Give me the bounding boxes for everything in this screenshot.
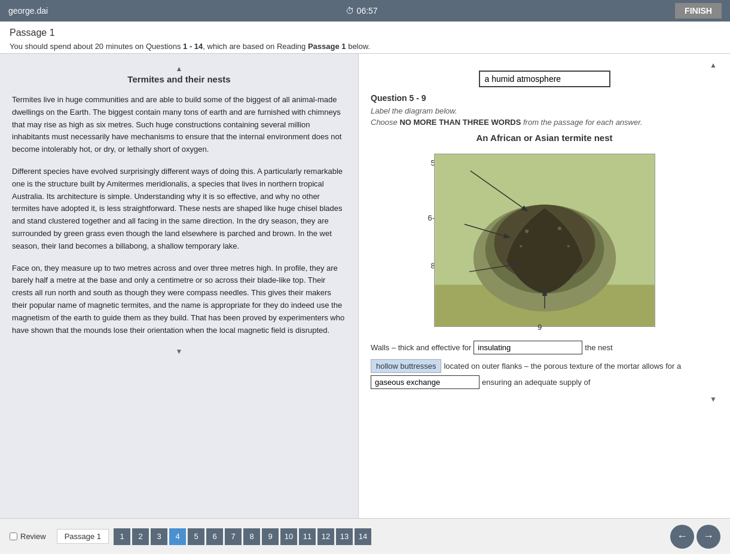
passage-header: Passage 1 You should spend about 20 minu… <box>0 22 730 54</box>
question-number-7[interactable]: 7 <box>225 528 242 545</box>
paragraph-1: Termites live in huge communities and ar… <box>12 94 346 156</box>
right-scroll-up[interactable]: ▲ <box>371 60 718 71</box>
passage-title: Passage 1 <box>10 27 720 38</box>
paragraph-3: Face on, they measure up to two metres a… <box>12 262 346 337</box>
passage-instruction: You should spend about 20 minutes on Que… <box>10 42 720 51</box>
answer-row-walls: Walls – thick and effective for the nest <box>371 341 718 354</box>
left-panel[interactable]: ▲ Termites and their nests Termites live… <box>0 54 359 518</box>
svg-point-8 <box>567 245 569 247</box>
main-content: ▲ Termites and their nests Termites live… <box>0 54 730 518</box>
svg-point-5 <box>525 229 529 233</box>
hollow-buttresses-badge: hollow buttresses <box>371 359 441 373</box>
answer-row-buttresses: hollow buttresses located on outer flank… <box>371 359 718 389</box>
top-answer-area <box>371 71 718 87</box>
diagram-container: An African or Asian termite nest 5 6-7 8 <box>371 133 718 335</box>
svg-point-6 <box>557 227 561 230</box>
paragraph-2: Different species have evolved surprisin… <box>12 166 346 253</box>
question-section-header: Question 5 - 9 <box>371 93 718 103</box>
diagram-wrapper: 5 6-7 8 <box>428 148 661 333</box>
passage-label[interactable]: Passage 1 <box>57 529 109 544</box>
right-scroll-down[interactable]: ▼ <box>371 394 718 405</box>
prev-button[interactable]: ← <box>670 525 694 549</box>
diagram-image <box>434 154 655 327</box>
walls-suffix: the nest <box>585 343 612 352</box>
question-range: 1 - 14 <box>183 42 203 51</box>
question-number-12[interactable]: 12 <box>317 528 334 545</box>
question-number-6[interactable]: 6 <box>206 528 223 545</box>
top-answer-input[interactable] <box>479 71 610 87</box>
passage-ref: Passage 1 <box>308 42 346 51</box>
question-number-2[interactable]: 2 <box>132 528 149 545</box>
buttresses-suffix: ensuring an adequate supply of <box>482 378 590 387</box>
passage-heading: Termites and their nests <box>12 74 346 84</box>
timer-area: ⏱ 06:57 <box>346 6 378 16</box>
clock-icon: ⏱ <box>346 6 354 16</box>
walls-prefix: Walls – thick and effective for <box>371 343 471 352</box>
question-numbers: 1234567891011121314 <box>114 528 371 545</box>
question-number-5[interactable]: 5 <box>188 528 204 545</box>
scroll-up-arrow[interactable]: ▲ <box>12 63 346 74</box>
question-number-14[interactable]: 14 <box>355 528 371 545</box>
question-number-4[interactable]: 4 <box>169 528 186 545</box>
passage-text: Termites live in huge communities and ar… <box>12 94 346 336</box>
top-bar: george.dai ⏱ 06:57 FINISH <box>0 0 730 22</box>
next-button[interactable]: → <box>697 525 720 549</box>
timer-display: 06:57 <box>357 6 378 16</box>
instruction-line2: Choose NO MORE THAN THREE WORDS from the… <box>371 118 718 127</box>
question-number-11[interactable]: 11 <box>299 528 316 545</box>
nav-arrows: ← → <box>670 525 720 549</box>
review-label: Review <box>20 532 46 541</box>
right-panel[interactable]: ▲ Question 5 - 9 Label the diagram below… <box>359 54 730 518</box>
bottom-bar: Review Passage 1 1234567891011121314 ← → <box>0 518 730 554</box>
question-number-8[interactable]: 8 <box>243 528 260 545</box>
label-9: 9 <box>537 323 542 332</box>
finish-button[interactable]: FINISH <box>675 3 722 19</box>
insulating-input[interactable] <box>474 341 582 354</box>
scroll-down-arrow[interactable]: ▼ <box>12 346 346 357</box>
question-number-10[interactable]: 10 <box>280 528 297 545</box>
review-checkbox[interactable] <box>10 533 17 540</box>
question-number-9[interactable]: 9 <box>262 528 279 545</box>
svg-point-7 <box>520 245 522 247</box>
question-number-3[interactable]: 3 <box>151 528 167 545</box>
diagram-title: An African or Asian termite nest <box>371 133 718 143</box>
gaseous-exchange-input[interactable] <box>371 375 479 389</box>
instruction-line1: Label the diagram below. <box>371 106 718 115</box>
question-number-13[interactable]: 13 <box>336 528 353 545</box>
buttresses-middle: located on outer flanks – the porous tex… <box>444 362 681 371</box>
review-area[interactable]: Review <box>10 532 46 541</box>
question-number-1[interactable]: 1 <box>114 528 130 545</box>
username: george.dai <box>8 6 48 16</box>
